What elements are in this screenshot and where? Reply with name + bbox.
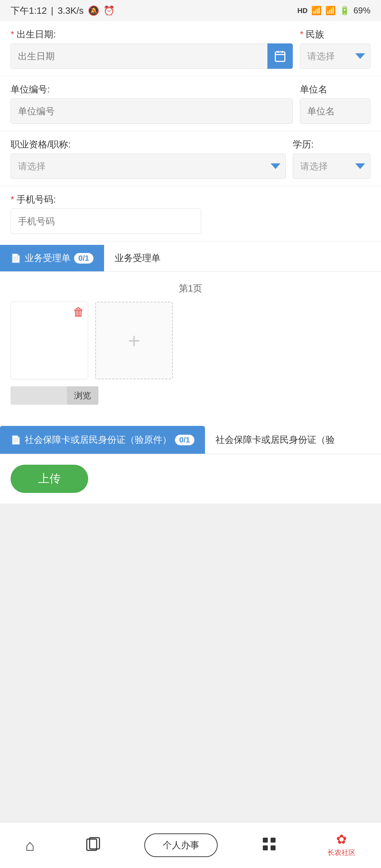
image-upload-row: 🗑 + [11, 302, 370, 379]
gray-area [0, 504, 381, 751]
upload-section: 上传 [0, 454, 381, 504]
bottom-navigation: ⌂ 个人办事 ✿ 长农社区 [0, 822, 381, 868]
community-icon: ✿ [336, 833, 347, 846]
status-right: HD 📶 📶 🔋 69% [297, 6, 370, 16]
form-row-1: 出生日期: 民族 [11, 28, 370, 69]
time-display: 下午1:12 [11, 5, 47, 17]
community-label: 长农社区 [327, 848, 356, 857]
doc-icon-1: 📄 [11, 253, 21, 263]
image-slot-add[interactable]: + [95, 302, 173, 379]
battery-percent: 69% [353, 6, 370, 16]
phone-group: 手机号码: [11, 193, 370, 234]
form-section-birthdate: 出生日期: 民族 [0, 21, 381, 76]
form-section-phone: 手机号码: [0, 186, 381, 241]
hd-icon: HD [297, 7, 308, 15]
svg-rect-8 [263, 845, 268, 850]
form-section-unit: 单位编号: 单位名 [0, 76, 381, 131]
speed-display: 3.3K/s [58, 5, 84, 16]
education-group: 学历: 请选择 [293, 138, 370, 179]
unit-name-label: 单位名 [300, 83, 370, 96]
birthdate-label: 出生日期: [11, 28, 293, 41]
doc-tab-2[interactable]: 社会保障卡或居民身份证（验 [205, 426, 345, 454]
tab-label-1: 业务受理单 [25, 252, 71, 264]
education-select-wrapper: 请选择 [293, 153, 370, 179]
nav-apps[interactable] [254, 833, 284, 858]
social-security-tabs: 📄 社会保障卡或居民身份证（验原件） 0/1 社会保障卡或居民身份证（验 [0, 426, 381, 454]
form-section-qualification: 职业资格/职称: 请选择 学历: 请选择 [0, 131, 381, 186]
tab-business-receipt-2[interactable]: 业务受理单 [104, 245, 171, 271]
unit-code-group: 单位编号: [11, 83, 293, 124]
unit-code-input[interactable] [11, 98, 293, 124]
apps-icon [261, 836, 277, 854]
doc-tab-header: 📄 社会保障卡或居民身份证（验原件） 0/1 社会保障卡或居民身份证（验 [0, 426, 381, 454]
phone-input[interactable] [11, 209, 201, 234]
qualification-select-wrapper: 请选择 [11, 153, 286, 179]
phone-label: 手机号码: [11, 193, 370, 206]
delete-icon[interactable]: 🗑 [73, 306, 84, 319]
qualification-select[interactable]: 请选择 [11, 153, 286, 179]
form-row-4: 手机号码: [11, 193, 370, 234]
browse-file-input[interactable] [11, 386, 67, 405]
doc-tab-1[interactable]: 📄 社会保障卡或居民身份证（验原件） 0/1 [0, 426, 205, 454]
ethnicity-select-wrapper: 请选择 [300, 43, 370, 69]
birthdate-input-wrapper [11, 43, 293, 69]
business-receipt-section: 📄 业务受理单 0/1 业务受理单 第1页 🗑 + 浏览 [0, 245, 381, 415]
birthdate-group: 出生日期: [11, 28, 293, 69]
nav-community[interactable]: ✿ 长农社区 [320, 830, 363, 861]
education-select[interactable]: 请选择 [293, 153, 370, 179]
alarm-icon: ⏰ [103, 5, 115, 16]
calendar-icon-button[interactable] [267, 43, 293, 69]
form-row-2: 单位编号: 单位名 [11, 83, 370, 124]
status-left: 下午1:12 | 3.3K/s 🔕 ⏰ [11, 5, 115, 17]
doc-tab-badge-1: 0/1 [175, 435, 194, 445]
unit-name-group: 单位名 [300, 83, 370, 124]
main-content: 出生日期: 民族 [0, 21, 381, 751]
unit-name-input[interactable] [300, 98, 370, 124]
image-slot-1[interactable]: 🗑 [11, 302, 88, 379]
page-number-label: 第1页 [11, 282, 370, 295]
education-label: 学历: [293, 138, 370, 151]
signal-icon: 📶 [311, 6, 322, 16]
tabs-header: 📄 业务受理单 0/1 业务受理单 [0, 245, 381, 272]
nav-multitask[interactable] [78, 833, 108, 858]
home-icon: ⌂ [25, 838, 35, 853]
doc-tab-label-1: 社会保障卡或居民身份证（验原件） [25, 434, 171, 446]
mute-icon: 🔕 [88, 5, 99, 16]
svg-rect-0 [276, 52, 285, 61]
browse-button[interactable]: 浏览 [67, 386, 98, 405]
page-upload-content: 第1页 🗑 + 浏览 [0, 272, 381, 415]
personal-affairs-label: 个人办事 [163, 839, 199, 851]
battery-icon: 🔋 [339, 6, 350, 16]
svg-rect-6 [263, 838, 268, 843]
nav-personal-affairs[interactable]: 个人办事 [144, 833, 218, 857]
separator: | [51, 5, 54, 16]
tab-business-receipt-1[interactable]: 📄 业务受理单 0/1 [0, 245, 104, 271]
browse-row: 浏览 [11, 386, 370, 405]
birthdate-input[interactable] [11, 43, 293, 69]
nav-home[interactable]: ⌂ [18, 834, 42, 857]
tab-badge-1: 0/1 [74, 253, 93, 264]
qualification-label: 职业资格/职称: [11, 138, 286, 151]
form-row-3: 职业资格/职称: 请选择 学历: 请选择 [11, 138, 370, 179]
doc-tab-label-2: 社会保障卡或居民身份证（验 [216, 434, 335, 446]
upload-button[interactable]: 上传 [11, 465, 88, 493]
status-bar: 下午1:12 | 3.3K/s 🔕 ⏰ HD 📶 📶 🔋 69% [0, 0, 381, 21]
unit-code-label: 单位编号: [11, 83, 293, 96]
ethnicity-label: 民族 [300, 28, 370, 41]
svg-rect-7 [271, 838, 276, 843]
wifi-icon: 📶 [325, 6, 336, 16]
qualification-group: 职业资格/职称: 请选择 [11, 138, 286, 179]
doc-icon-2: 📄 [11, 435, 21, 445]
multitask-icon [85, 836, 101, 854]
ethnicity-group: 民族 请选择 [300, 28, 370, 69]
tab-label-2: 业务受理单 [115, 252, 161, 264]
ethnicity-select[interactable]: 请选择 [300, 43, 370, 69]
svg-rect-9 [271, 845, 276, 850]
add-icon: + [128, 328, 140, 353]
